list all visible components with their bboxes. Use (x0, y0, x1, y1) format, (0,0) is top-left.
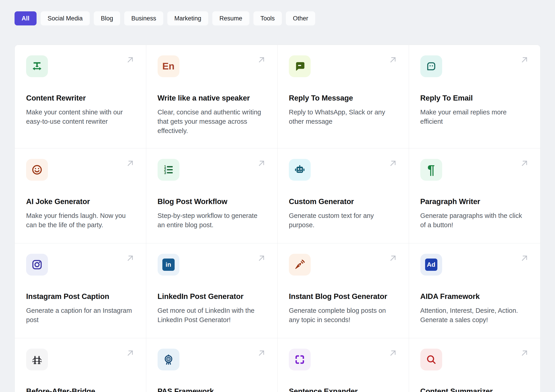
card-title: Content Summarizer (420, 387, 529, 392)
filter-all[interactable]: All (15, 11, 37, 25)
card-title: Sentence Expander (289, 387, 397, 392)
card-description: Step-by-step workflow to generate an ent… (158, 211, 266, 230)
open-arrow-icon[interactable] (519, 348, 529, 358)
tool-card-native-speaker[interactable]: En Write like a native speaker Clear, co… (146, 45, 278, 148)
open-arrow-icon[interactable] (388, 55, 398, 65)
filter-blog[interactable]: Blog (94, 11, 120, 25)
english-text-icon: En (158, 55, 179, 77)
open-arrow-icon[interactable] (519, 253, 529, 263)
card-description: Make your friends laugh. Now you can be … (26, 211, 135, 230)
filter-resume[interactable]: Resume (212, 11, 249, 25)
chat-bubble-dots-icon (420, 55, 442, 77)
tool-card-pas-framework[interactable]: PAS Framework (146, 338, 278, 392)
tool-card-content-rewriter[interactable]: Content Rewriter Make your content shine… (15, 45, 146, 148)
tool-card-sentence-expander[interactable]: Sentence Expander (278, 338, 409, 392)
tool-card-custom-generator[interactable]: Custom Generator Generate custom text fo… (278, 148, 409, 243)
magnifier-icon (420, 349, 442, 370)
filter-social-media[interactable]: Social Media (41, 11, 90, 25)
card-title: Paragraph Writer (420, 197, 529, 206)
filter-tools[interactable]: Tools (253, 11, 282, 25)
tool-card-reply-to-message[interactable]: Reply To Message Reply to WhatsApp, Slac… (278, 45, 409, 148)
card-description: Attention, Interest, Desire, Action. Gen… (420, 306, 529, 325)
card-description: Reply to WhatsApp, Slack or any other me… (289, 108, 397, 126)
tower-bridge-icon (26, 349, 48, 370)
card-title: Custom Generator (289, 197, 397, 206)
tool-card-blog-post-workflow[interactable]: 123 Blog Post Workflow Step-by-step work… (146, 148, 278, 243)
open-arrow-icon[interactable] (256, 159, 266, 168)
tools-grid: Content Rewriter Make your content shine… (15, 45, 540, 392)
open-arrow-icon[interactable] (388, 159, 398, 168)
card-description: Generate custom text for any purpose. (289, 211, 397, 230)
card-title: PAS Framework (158, 387, 266, 392)
open-arrow-icon[interactable] (519, 159, 529, 168)
filter-other[interactable]: Other (286, 11, 315, 25)
filter-marketing[interactable]: Marketing (167, 11, 208, 25)
card-title: LinkedIn Post Generator (158, 292, 266, 301)
open-arrow-icon[interactable] (125, 253, 135, 263)
pen-signal-icon (289, 254, 311, 276)
tool-card-instant-blog-post-generator[interactable]: Instant Blog Post Generator Generate com… (278, 243, 409, 338)
tool-card-ai-joke-generator[interactable]: AI Joke Generator Make your friends laug… (15, 148, 146, 243)
card-description: Generate complete blog posts on any topi… (289, 306, 397, 325)
open-arrow-icon[interactable] (256, 253, 266, 263)
filter-business[interactable]: Business (124, 11, 163, 25)
card-title: Blog Post Workflow (158, 197, 266, 206)
open-arrow-icon[interactable] (256, 348, 266, 358)
tool-card-paragraph-writer[interactable]: ¶ Paragraph Writer Generate paragraphs w… (409, 148, 540, 243)
tool-card-aida-framework[interactable]: Ad AIDA Framework Attention, Interest, D… (409, 243, 540, 338)
card-title: Reply To Message (289, 94, 397, 103)
card-title: Content Rewriter (26, 94, 135, 103)
card-description: Make your content shine with our easy-to… (26, 108, 135, 126)
target-stand-icon (158, 349, 179, 370)
numbered-list-icon: 123 (158, 159, 179, 181)
tool-card-linkedin-post-generator[interactable]: in LinkedIn Post Generator Get more out … (146, 243, 278, 338)
ad-badge-icon: Ad (420, 254, 442, 276)
card-title: Instagram Post Caption (26, 292, 135, 301)
instagram-icon (26, 254, 48, 276)
tool-card-instagram-post-caption[interactable]: Instagram Post Caption Generate a captio… (15, 243, 146, 338)
open-arrow-icon[interactable] (519, 55, 529, 65)
card-description: Get more out of LinkedIn with the Linked… (158, 306, 266, 325)
svg-text:3: 3 (164, 171, 166, 175)
open-arrow-icon[interactable] (125, 159, 135, 168)
card-title: Before-After-Bridge (26, 387, 135, 392)
open-arrow-icon[interactable] (388, 348, 398, 358)
robot-icon (289, 159, 311, 181)
tool-card-reply-to-email[interactable]: Reply To Email Make your email replies m… (409, 45, 540, 148)
card-title: Instant Blog Post Generator (289, 292, 397, 301)
open-arrow-icon[interactable] (256, 55, 266, 65)
card-description: Generate paragraphs with the click of a … (420, 211, 529, 230)
category-filter-bar: All Social Media Blog Business Marketing… (0, 0, 555, 25)
smiley-face-icon (26, 159, 48, 181)
expand-corners-icon (289, 349, 311, 370)
card-title: AI Joke Generator (26, 197, 135, 206)
open-arrow-icon[interactable] (125, 348, 135, 358)
card-title: Reply To Email (420, 94, 529, 103)
card-title: Write like a native speaker (158, 94, 266, 103)
open-arrow-icon[interactable] (388, 253, 398, 263)
card-description: Generate a caption for an Instagram post (26, 306, 135, 325)
linkedin-icon: in (158, 254, 179, 276)
text-width-icon (26, 55, 48, 77)
tool-card-before-after-bridge[interactable]: Before-After-Bridge (15, 338, 146, 392)
chat-bubble-minus-icon (289, 55, 311, 77)
open-arrow-icon[interactable] (125, 55, 135, 65)
pilcrow-icon: ¶ (420, 159, 442, 181)
card-description: Make your email replies more efficient (420, 108, 529, 126)
card-title: AIDA Framework (420, 292, 529, 301)
tool-card-content-summarizer[interactable]: Content Summarizer (409, 338, 540, 392)
card-description: Clear, concise and authentic writing tha… (158, 108, 266, 136)
